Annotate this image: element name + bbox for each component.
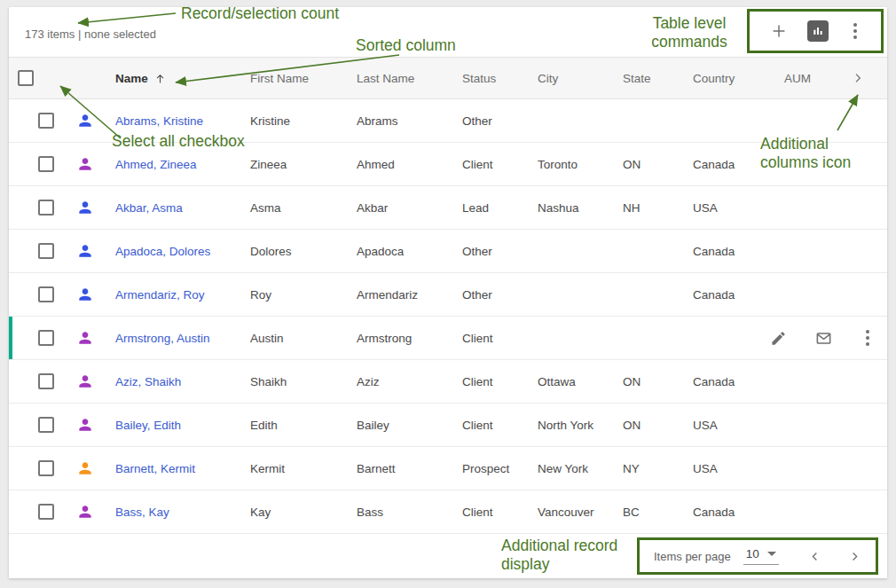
contact-name-link[interactable]: Akbar, Asma xyxy=(115,201,183,215)
cell-last-name: Apadoca xyxy=(348,245,453,258)
column-header-status[interactable]: Status xyxy=(453,72,529,85)
cell-state: ON xyxy=(614,375,684,388)
contact-name-link[interactable]: Ahmed, Zineea xyxy=(115,158,197,171)
person-icon xyxy=(76,199,94,216)
cell-state: BC xyxy=(614,506,684,519)
cell-country: USA xyxy=(684,201,775,215)
contact-name-link[interactable]: Aziz, Shaikh xyxy=(115,375,181,388)
cell-state: NH xyxy=(614,201,684,215)
cell-city: Nashua xyxy=(529,201,614,215)
cell-status: Client xyxy=(453,158,529,171)
row-checkbox[interactable] xyxy=(38,460,54,476)
cell-status: Other xyxy=(453,288,529,302)
table-level-commands xyxy=(747,9,884,53)
caret-down-icon xyxy=(767,552,776,556)
person-icon xyxy=(76,155,94,173)
cell-city: North York xyxy=(529,419,614,432)
person-icon xyxy=(76,503,94,521)
cell-last-name: Armendariz xyxy=(348,288,453,302)
person-icon xyxy=(76,242,94,260)
cell-status: Other xyxy=(453,245,529,258)
contact-name-link[interactable]: Armstrong, Austin xyxy=(115,332,210,345)
cell-first-name: Kay xyxy=(241,506,348,519)
table-row[interactable]: Akbar, Asma Asma Akbar Lead Nashua NH US… xyxy=(9,186,887,230)
next-page-button[interactable] xyxy=(848,550,861,563)
table-row[interactable]: Aziz, Shaikh Shaikh Aziz Client Ottawa O… xyxy=(9,360,887,404)
contact-name-link[interactable]: Barnett, Kermit xyxy=(115,462,195,475)
contact-name-link[interactable]: Apadoca, Dolores xyxy=(115,245,210,258)
column-header-name[interactable]: Name xyxy=(106,72,241,85)
cell-city: New York xyxy=(529,462,614,475)
add-record-button[interactable] xyxy=(769,21,789,41)
cell-status: Client xyxy=(453,419,529,432)
cell-state: ON xyxy=(614,158,684,171)
additional-columns-button[interactable] xyxy=(829,71,887,85)
column-header-last-name[interactable]: Last Name xyxy=(348,72,453,85)
record-selection-count: 173 items | none selected xyxy=(25,27,156,41)
row-checkbox[interactable] xyxy=(38,113,54,129)
column-header-state[interactable]: State xyxy=(614,72,684,85)
column-header-aum[interactable]: AUM xyxy=(775,72,829,85)
contact-name-link[interactable]: Bailey, Edith xyxy=(115,419,181,432)
table-header-row: Name First Name Last Name Status City St… xyxy=(9,57,887,99)
table-row[interactable]: Armendariz, Roy Roy Armendariz Other Can… xyxy=(9,273,887,317)
table-row[interactable]: Apadoca, Dolores Dolores Apadoca Other C… xyxy=(9,230,887,273)
page-size-value: 10 xyxy=(746,547,759,561)
cell-last-name: Abrams xyxy=(348,114,453,128)
bar-chart-icon xyxy=(811,24,825,38)
cell-first-name: Roy xyxy=(241,288,348,302)
cell-last-name: Bass xyxy=(348,506,453,519)
email-envelope-icon[interactable] xyxy=(815,330,832,347)
cell-first-name: Asma xyxy=(241,201,348,215)
row-checkbox[interactable] xyxy=(38,286,54,302)
contact-name-link[interactable]: Armendariz, Roy xyxy=(115,288,205,302)
cell-status: Prospect xyxy=(453,462,529,475)
cell-first-name: Shaikh xyxy=(241,375,348,388)
person-icon xyxy=(76,329,94,347)
table-row[interactable]: Armstrong, Austin Austin Armstrong Clien… xyxy=(9,317,887,360)
previous-page-button[interactable] xyxy=(808,550,821,563)
cell-first-name: Kristine xyxy=(241,114,348,128)
cell-state: NY xyxy=(614,462,684,475)
table-row[interactable]: Ahmed, Zineea Zineea Ahmed Client Toront… xyxy=(9,143,887,186)
table-row[interactable]: Abrams, Kristine Kristine Abrams Other xyxy=(9,99,887,143)
row-checkbox[interactable] xyxy=(38,156,54,172)
contact-name-link[interactable]: Bass, Kay xyxy=(115,506,169,519)
table-row[interactable]: Barnett, Kermit Kermit Barnett Prospect … xyxy=(9,447,887,490)
row-checkbox[interactable] xyxy=(38,373,54,389)
column-header-country[interactable]: Country xyxy=(684,72,775,85)
table-more-options-button[interactable] xyxy=(848,21,862,41)
row-checkbox[interactable] xyxy=(38,330,54,346)
cell-last-name: Akbar xyxy=(348,201,453,215)
column-header-city[interactable]: City xyxy=(529,72,614,85)
sort-ascending-icon xyxy=(153,72,167,85)
row-checkbox[interactable] xyxy=(38,417,54,433)
cell-status: Client xyxy=(453,506,529,519)
page-size-dropdown[interactable]: 10 xyxy=(743,547,779,565)
edit-pencil-icon[interactable] xyxy=(770,330,787,347)
chart-view-button[interactable] xyxy=(807,20,829,42)
cell-country: Canada xyxy=(684,506,775,519)
plus-icon xyxy=(769,21,789,41)
cell-status: Other xyxy=(453,114,529,128)
row-checkbox[interactable] xyxy=(38,504,54,520)
cell-country: Canada xyxy=(684,158,775,171)
chevron-right-icon xyxy=(851,71,865,85)
row-checkbox[interactable] xyxy=(38,243,54,259)
cell-first-name: Kermit xyxy=(241,462,348,475)
person-icon xyxy=(76,112,94,129)
cell-last-name: Bailey xyxy=(348,419,453,432)
cell-city: Toronto xyxy=(529,158,614,171)
table-row[interactable]: Bailey, Edith Edith Bailey Client North … xyxy=(9,404,887,447)
table-row[interactable]: Bass, Kay Kay Bass Client Vancouver BC C… xyxy=(9,490,887,534)
column-header-first-name[interactable]: First Name xyxy=(241,72,348,85)
person-icon xyxy=(76,372,94,390)
contact-name-link[interactable]: Abrams, Kristine xyxy=(115,114,203,128)
row-checkbox[interactable] xyxy=(38,200,54,216)
person-icon xyxy=(76,286,94,303)
cell-last-name: Aziz xyxy=(348,375,453,388)
row-more-options-icon[interactable] xyxy=(861,328,875,348)
cell-country: USA xyxy=(684,419,775,432)
select-all-checkbox[interactable] xyxy=(18,70,34,86)
cell-country: USA xyxy=(684,462,775,475)
